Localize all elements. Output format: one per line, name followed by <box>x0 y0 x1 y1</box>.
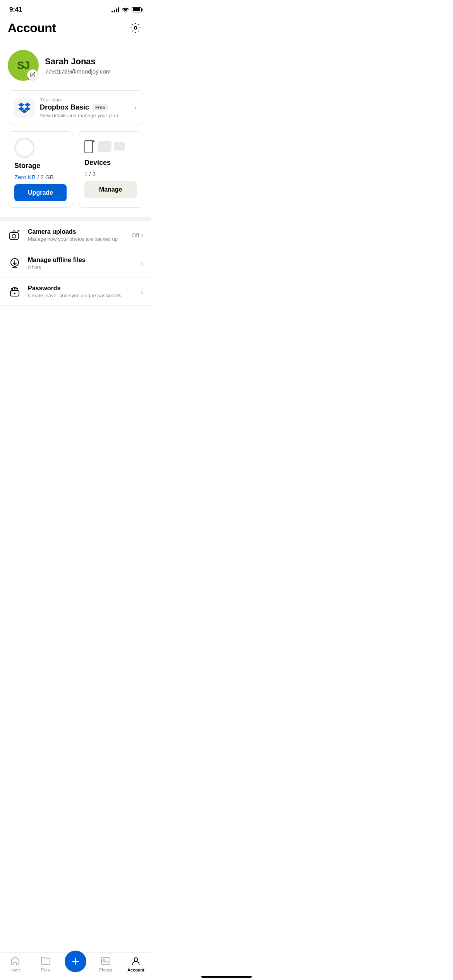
devices-total: 3 <box>93 171 96 177</box>
passwords-desc: Create, save, and sync unique passwords <box>28 293 134 298</box>
signal-icon <box>112 7 119 12</box>
device-phone-body <box>84 140 93 153</box>
status-time: 9:41 <box>9 6 22 14</box>
storage-total: 2 GB <box>41 174 54 180</box>
camera-uploads-chevron-icon: › <box>141 231 143 240</box>
passwords-text: Passwords Create, save, and sync unique … <box>28 285 134 298</box>
offline-files-title: Manage offline files <box>28 257 134 264</box>
menu-list: Camera uploads Manage how your photos ar… <box>0 221 151 306</box>
section-separator <box>0 217 151 221</box>
free-badge: Free <box>92 104 108 111</box>
gear-icon <box>130 22 141 33</box>
camera-uploads-status: Off <box>132 232 139 238</box>
plan-card[interactable]: Your plan Dropbox Basic Free View detail… <box>8 90 143 125</box>
status-bar: 9:41 <box>0 0 151 17</box>
device-placeholder-1 <box>98 141 112 152</box>
profile-section: SJ Sarah Jonas 779d17d9@moodjoy.com <box>0 50 151 90</box>
passwords-title: Passwords <box>28 285 134 292</box>
offline-files-item[interactable]: Manage offline files 0 files › <box>0 249 151 278</box>
battery-icon <box>132 7 142 12</box>
device-placeholder-2 <box>114 142 125 151</box>
svg-point-0 <box>134 27 137 29</box>
offline-files-right: › <box>141 259 143 268</box>
header-divider <box>0 42 151 42</box>
header: Account <box>0 17 151 42</box>
camera-uploads-desc: Manage how your photos are backed up <box>28 236 125 242</box>
offline-files-desc: 0 files <box>28 264 134 270</box>
svg-rect-1 <box>10 233 18 240</box>
manage-devices-button[interactable]: Manage <box>84 181 137 198</box>
passwords-item[interactable]: Passwords Create, save, and sync unique … <box>0 278 151 306</box>
storage-subtitle: Zero KB / 2 GB <box>14 174 67 180</box>
devices-separator: / <box>89 171 93 177</box>
offline-files-icon <box>8 256 22 270</box>
profile-email: 779d17d9@moodjoy.com <box>45 68 111 75</box>
plan-info: Your plan Dropbox Basic Free View detail… <box>40 97 129 118</box>
svg-rect-7 <box>11 288 13 290</box>
devices-subtitle: 1 / 3 <box>84 171 137 177</box>
camera-uploads-item[interactable]: Camera uploads Manage how your photos ar… <box>0 221 151 249</box>
plan-chevron-icon: › <box>134 104 137 112</box>
settings-button[interactable] <box>128 20 143 36</box>
profile-info: Sarah Jonas 779d17d9@moodjoy.com <box>45 57 111 75</box>
svg-rect-9 <box>17 288 18 290</box>
storage-title: Storage <box>14 162 67 170</box>
profile-name: Sarah Jonas <box>45 57 111 67</box>
plan-name-row: Dropbox Basic Free <box>40 103 129 111</box>
upgrade-button[interactable]: Upgrade <box>14 184 67 201</box>
devices-icon-row <box>84 138 137 155</box>
camera-uploads-right: Off › <box>132 231 143 240</box>
storage-circle-icon <box>14 138 34 158</box>
camera-uploads-title: Camera uploads <box>28 228 125 235</box>
dropbox-logo <box>14 98 34 118</box>
svg-point-6 <box>14 293 15 294</box>
storage-icon-row <box>14 138 67 158</box>
storage-used: Zero KB <box>14 174 36 180</box>
plan-description: View details and manage your plan <box>40 113 129 118</box>
cards-row: Storage Zero KB / 2 GB Upgrade <box>0 131 151 208</box>
devices-used: 1 <box>84 171 88 177</box>
devices-card: Devices 1 / 3 Manage <box>78 131 143 208</box>
camera-uploads-text: Camera uploads Manage how your photos ar… <box>28 228 125 242</box>
passwords-right: › <box>141 287 143 296</box>
dropbox-icon <box>18 102 31 113</box>
offline-files-text: Manage offline files 0 files <box>28 257 134 270</box>
offline-files-chevron-icon: › <box>141 259 143 268</box>
storage-card: Storage Zero KB / 2 GB Upgrade <box>8 131 73 208</box>
plan-name: Dropbox Basic <box>40 103 89 111</box>
page-title: Account <box>8 21 56 35</box>
camera-icon <box>8 228 22 242</box>
status-icons <box>112 7 142 12</box>
passwords-chevron-icon: › <box>141 287 143 296</box>
devices-icons <box>84 139 125 153</box>
svg-point-2 <box>12 235 15 238</box>
plan-label: Your plan <box>40 97 129 103</box>
devices-title: Devices <box>84 159 137 167</box>
passwords-icon <box>8 284 22 298</box>
pencil-icon <box>30 72 35 77</box>
storage-separator: / <box>37 174 40 180</box>
wifi-icon <box>122 7 129 12</box>
svg-rect-8 <box>14 288 15 290</box>
edit-avatar-button[interactable] <box>27 69 38 80</box>
device-phone-icon <box>84 139 95 153</box>
avatar-container: SJ <box>8 50 39 81</box>
